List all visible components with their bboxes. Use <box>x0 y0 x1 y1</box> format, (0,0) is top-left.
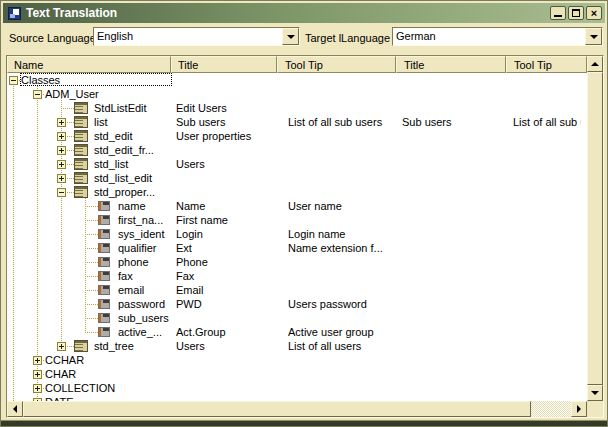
tree-row[interactable]: first_na...First name <box>7 213 587 227</box>
tree-row[interactable]: phonePhone <box>7 255 587 269</box>
tree-row[interactable]: sys_identLoginLogin name <box>7 227 587 241</box>
row-cell-title-source: Users <box>176 157 281 171</box>
expand-plus-icon[interactable] <box>57 174 66 183</box>
expand-plus-icon[interactable] <box>57 118 66 127</box>
tree-connector-stub <box>85 234 98 235</box>
tree-row[interactable]: COLLECTION <box>7 381 587 395</box>
row-name[interactable]: StdListEdit <box>94 101 147 115</box>
expand-plus-icon[interactable] <box>57 132 66 141</box>
row-cell-title-source: Email <box>176 283 281 297</box>
expand-plus-icon[interactable] <box>57 342 66 351</box>
expand-plus-icon[interactable] <box>57 146 66 155</box>
tree-row[interactable]: Classes <box>7 73 587 87</box>
expand-plus-icon[interactable] <box>33 370 42 379</box>
tree-row[interactable]: std_list_edit <box>7 171 587 185</box>
tree-row[interactable]: std_edit_fr... <box>7 143 587 157</box>
vertical-scrollbar[interactable] <box>587 56 603 401</box>
row-cell-tooltip-source: User name <box>288 199 398 213</box>
scroll-left-button[interactable] <box>7 401 23 417</box>
row-name[interactable]: CCHAR <box>45 353 84 367</box>
tree-row[interactable]: CHAR <box>7 367 587 381</box>
column-header-title-1[interactable]: Title <box>171 56 277 73</box>
app-icon <box>8 7 21 20</box>
row-cell-title-target: Sub users <box>402 115 507 129</box>
row-name[interactable]: sub_users <box>118 311 169 325</box>
column-header-title-3[interactable]: Title <box>396 56 506 73</box>
expand-plus-icon[interactable] <box>57 160 66 169</box>
property-icon <box>98 243 110 253</box>
target-language-select[interactable]: German <box>392 27 603 46</box>
row-name[interactable]: list <box>94 115 107 129</box>
row-name[interactable]: name <box>118 199 146 213</box>
tree-row[interactable]: sub_users <box>7 311 587 325</box>
row-cell-title-source: Phone <box>176 255 281 269</box>
row-name[interactable]: first_na... <box>118 213 163 227</box>
row-name[interactable]: std_edit_fr... <box>94 143 154 157</box>
arrow-up-icon <box>591 62 599 66</box>
collapse-minus-icon[interactable] <box>9 76 18 85</box>
tree-row[interactable]: StdListEditEdit Users <box>7 101 587 115</box>
source-language-dropdown-button[interactable] <box>282 28 299 45</box>
row-name[interactable]: fax <box>118 269 133 283</box>
scroll-up-button[interactable] <box>587 56 603 72</box>
tree-row[interactable]: active_...Act.GroupActive user group <box>7 325 587 339</box>
row-cell-title-source: Users <box>176 339 281 353</box>
row-name[interactable]: CHAR <box>45 367 76 381</box>
form-icon <box>74 158 88 170</box>
tree-row[interactable]: ADM_User <box>7 87 587 101</box>
tree-row[interactable]: std_proper... <box>7 185 587 199</box>
arrow-right-icon <box>577 405 581 413</box>
source-language-select[interactable]: English <box>93 27 300 46</box>
scroll-down-button[interactable] <box>587 385 603 401</box>
column-header-name-0[interactable]: Name <box>7 56 171 73</box>
property-icon <box>98 285 110 295</box>
row-name[interactable]: std_edit <box>94 129 133 143</box>
row-name[interactable]: password <box>118 297 165 311</box>
row-name[interactable]: qualifier <box>118 241 157 255</box>
property-icon <box>98 257 110 267</box>
expand-plus-icon[interactable] <box>33 356 42 365</box>
row-cell-tooltip-source: List of all sub users <box>288 115 398 129</box>
tree-row[interactable]: qualifierExtName extension f... <box>7 241 587 255</box>
row-name[interactable]: std_tree <box>94 339 134 353</box>
titlebar[interactable]: Text Translation × <box>3 3 605 23</box>
row-name[interactable]: ADM_User <box>45 87 99 101</box>
row-name[interactable]: phone <box>118 255 149 269</box>
tree-connector-stub <box>85 262 98 263</box>
collapse-minus-icon[interactable] <box>57 188 66 197</box>
form-icon <box>74 144 88 156</box>
row-name[interactable]: COLLECTION <box>45 381 115 395</box>
tree-row[interactable]: nameNameUser name <box>7 199 587 213</box>
tree-row[interactable]: std_treeUsersList of all users <box>7 339 587 353</box>
horizontal-scrollbar-thumb[interactable] <box>23 401 531 417</box>
form-icon <box>74 130 88 142</box>
tree-row[interactable]: passwordPWDUsers password <box>7 297 587 311</box>
property-icon <box>98 299 110 309</box>
column-header-tool-tip-2[interactable]: Tool Tip <box>277 56 396 73</box>
tree-row[interactable]: emailEmail <box>7 283 587 297</box>
minimize-button[interactable] <box>550 6 566 20</box>
column-header-tool-tip-4[interactable]: Tool Tip <box>506 56 587 73</box>
horizontal-scrollbar[interactable] <box>7 401 587 417</box>
tree-row[interactable]: std_editUser properties <box>7 129 587 143</box>
tree-row[interactable]: listSub usersList of all sub usersSub us… <box>7 115 587 129</box>
row-name[interactable]: std_list_edit <box>94 171 152 185</box>
expand-plus-icon[interactable] <box>33 384 42 393</box>
row-name[interactable]: Classes <box>21 73 60 87</box>
vertical-scrollbar-thumb[interactable] <box>587 72 603 385</box>
row-name[interactable]: std_proper... <box>94 185 155 199</box>
row-name[interactable]: sys_ident <box>118 227 164 241</box>
row-name[interactable]: email <box>118 283 144 297</box>
collapse-minus-icon[interactable] <box>33 90 42 99</box>
row-name[interactable]: active_... <box>118 325 162 339</box>
close-button[interactable]: × <box>586 6 602 20</box>
maximize-button[interactable] <box>568 6 584 20</box>
tree-connector-stub <box>85 206 98 207</box>
chevron-down-icon <box>287 35 295 39</box>
target-language-dropdown-button[interactable] <box>585 28 602 45</box>
tree-row[interactable]: CCHAR <box>7 353 587 367</box>
tree-row[interactable]: std_listUsers <box>7 157 587 171</box>
scroll-right-button[interactable] <box>571 401 587 417</box>
row-name[interactable]: std_list <box>94 157 128 171</box>
tree-row[interactable]: faxFax <box>7 269 587 283</box>
